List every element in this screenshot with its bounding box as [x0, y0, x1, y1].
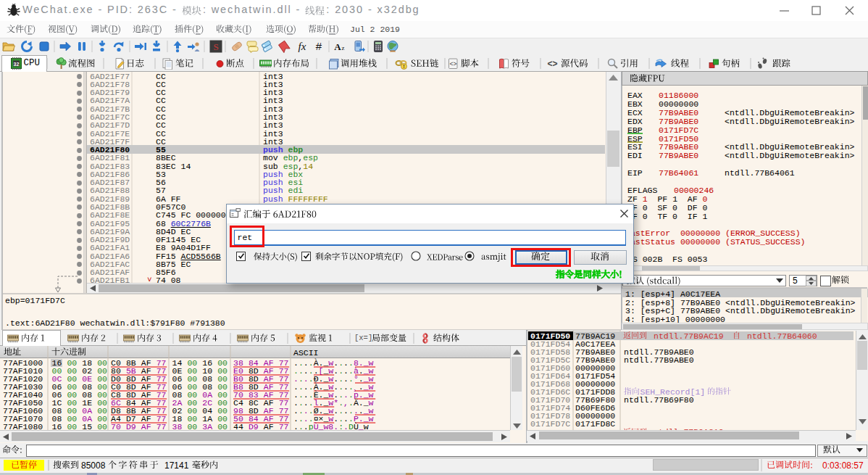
svg-text:<>: <>	[449, 61, 456, 68]
svg-text:z: z	[342, 44, 345, 51]
svg-text:<>: <>	[547, 59, 557, 69]
svg-text:A: A	[334, 41, 341, 52]
svg-text:32: 32	[13, 62, 19, 67]
svg-text:#: #	[316, 40, 322, 52]
svg-text:fx: fx	[299, 41, 306, 52]
svg-text:!: !	[403, 64, 404, 69]
svg-text:S: S	[213, 41, 218, 52]
